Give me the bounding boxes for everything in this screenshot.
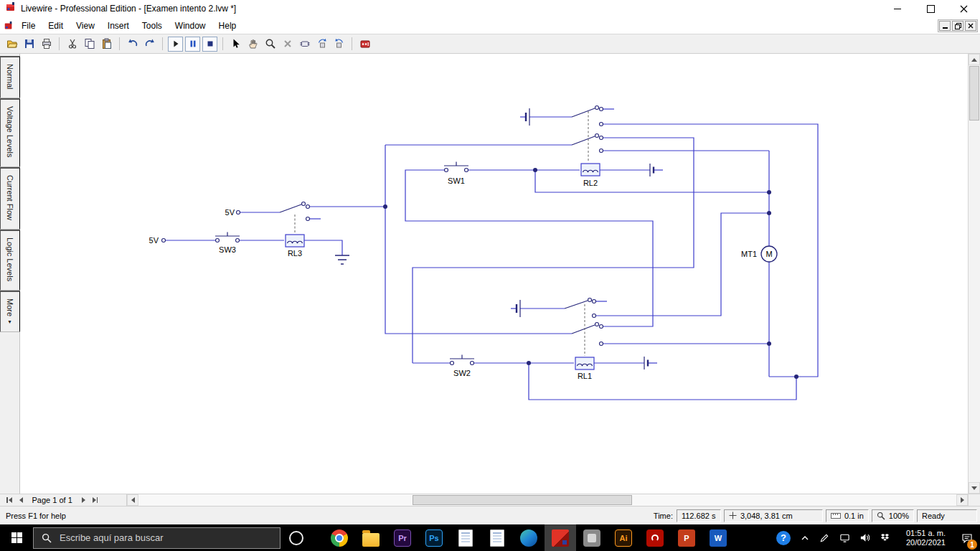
copy-button[interactable] [81, 36, 98, 52]
scroll-down-button[interactable] [969, 482, 980, 494]
cell-symbol [526, 108, 529, 126]
scroll-left-button[interactable] [127, 494, 138, 506]
sidebar-tab-label: Normal [6, 64, 14, 89]
run-button[interactable] [168, 37, 183, 52]
minimize-button[interactable] [881, 0, 914, 17]
pcb-wizard-button[interactable] [357, 36, 373, 52]
scroll-right-button[interactable] [956, 494, 968, 506]
menu-file[interactable]: File [15, 19, 42, 33]
rotate-right-button[interactable] [331, 36, 347, 52]
print-button[interactable] [38, 36, 55, 52]
sidebar-tab-more[interactable]: More▾ [0, 291, 21, 332]
select-tool-button[interactable] [227, 36, 244, 52]
sidebar-tab-label: Logic Levels [6, 237, 14, 281]
network-icon [839, 532, 850, 543]
save-floppy-icon [24, 38, 35, 50]
taskbar-app-icon[interactable] [576, 524, 608, 551]
zoom-magnifier-icon [265, 38, 276, 50]
sidebar-tab-current-flow[interactable]: Current Flow [0, 167, 21, 230]
maximize-button[interactable] [914, 0, 947, 17]
taskbar-chrome-icon[interactable] [324, 524, 355, 551]
taskbar-illustrator-icon[interactable]: Ai [608, 524, 639, 551]
taskbar-premiere-icon[interactable]: Pr [387, 524, 418, 551]
menu-bar: FileEditViewInsertToolsWindowHelp [0, 17, 980, 34]
zoom-tool-button[interactable] [262, 36, 278, 52]
menu-insert[interactable]: Insert [101, 19, 136, 33]
rotate-left-icon [316, 38, 328, 50]
taskbar-powerpoint-icon[interactable]: P [671, 524, 702, 551]
circuit-wires[interactable] [166, 109, 818, 400]
cortana-button[interactable] [281, 524, 312, 551]
taskbar-clock[interactable]: 01:51 a. m. 20/02/2021 [902, 528, 950, 548]
pause-button[interactable] [185, 37, 200, 52]
menu-edit[interactable]: Edit [42, 19, 70, 33]
paste-button[interactable] [98, 36, 115, 52]
taskbar-word-icon[interactable]: W [702, 524, 734, 551]
taskbar-document-icon[interactable] [450, 524, 481, 551]
save-button[interactable] [21, 36, 37, 52]
rotate-left-button[interactable] [314, 36, 330, 52]
tray-expand-button[interactable] [800, 533, 810, 543]
scroll-up-button[interactable] [969, 54, 980, 65]
page-indicator: Page 1 of 1 [32, 496, 72, 504]
relay-coils[interactable] [286, 164, 600, 369]
sidebar-tab-logic-levels[interactable]: Logic Levels [0, 230, 21, 291]
arrow-down-icon [971, 486, 977, 490]
schematic-canvas[interactable]: M [20, 54, 968, 494]
start-button[interactable] [0, 524, 33, 551]
undo-button[interactable] [124, 36, 141, 52]
stop-button[interactable] [202, 37, 217, 52]
horizontal-scroll-thumb[interactable] [413, 495, 632, 505]
mdi-window-controls [938, 19, 978, 32]
cut-button[interactable] [64, 36, 80, 52]
vertical-scrollbar[interactable] [968, 54, 980, 494]
delete-tool-button[interactable] [279, 36, 296, 52]
select-cursor-icon [230, 38, 242, 50]
volume-tray-button[interactable] [859, 532, 870, 543]
next-page-button[interactable] [80, 496, 88, 504]
taskbar-edge-icon[interactable] [513, 524, 545, 551]
taskbar-search[interactable] [33, 527, 281, 549]
open-button[interactable] [4, 36, 20, 52]
print-icon [41, 38, 52, 50]
previous-page-button[interactable] [17, 496, 25, 504]
network-tray-button[interactable] [839, 532, 850, 543]
sidebar-tab-normal[interactable]: Normal [0, 56, 21, 98]
circuit-schematic: M [20, 54, 968, 494]
help-button[interactable]: ? [776, 531, 791, 545]
taskbar-document-icon-2[interactable] [481, 524, 513, 551]
toolbar-separator [352, 37, 352, 50]
last-page-button[interactable] [90, 496, 100, 504]
first-page-button[interactable] [4, 496, 14, 504]
run-play-icon [171, 39, 181, 49]
redo-button[interactable] [141, 36, 158, 52]
taskbar-photoshop-icon[interactable]: Ps [418, 524, 450, 551]
menu-help[interactable]: Help [212, 19, 243, 33]
clock-date: 20/02/2021 [906, 538, 946, 547]
mdi-restore-button[interactable] [952, 21, 963, 31]
taskbar-file-explorer-icon[interactable] [355, 524, 387, 551]
menu-window[interactable]: Window [169, 19, 212, 33]
search-input[interactable] [58, 532, 272, 544]
next-page-icon [82, 497, 85, 503]
pan-tool-button[interactable] [245, 36, 261, 52]
zoom-indicator: 100% [872, 509, 914, 522]
mdi-close-button[interactable] [965, 21, 976, 31]
dropbox-tray-button[interactable] [880, 532, 890, 543]
pen-tray-button[interactable] [819, 532, 830, 543]
close-button[interactable] [947, 0, 980, 17]
taskbar-acrobat-icon[interactable] [639, 524, 671, 551]
taskbar-livewire-icon[interactable] [545, 524, 576, 551]
horizontal-scrollbar[interactable] [126, 494, 968, 506]
menu-tools[interactable]: Tools [136, 19, 169, 33]
vertical-scroll-thumb[interactable] [969, 66, 979, 121]
menu-view[interactable]: View [70, 19, 101, 33]
label-rl2: RL2 [583, 179, 598, 187]
scrollbar-corner [968, 494, 980, 506]
motor-mt1[interactable]: M [761, 246, 777, 262]
sidebar-tab-voltage-levels[interactable]: Voltage Levels [0, 98, 21, 167]
mdi-minimize-button[interactable] [939, 21, 951, 31]
relay-link-dashed [295, 111, 588, 356]
circuit-components[interactable] [215, 108, 654, 369]
component-gallery-button[interactable] [296, 36, 313, 52]
